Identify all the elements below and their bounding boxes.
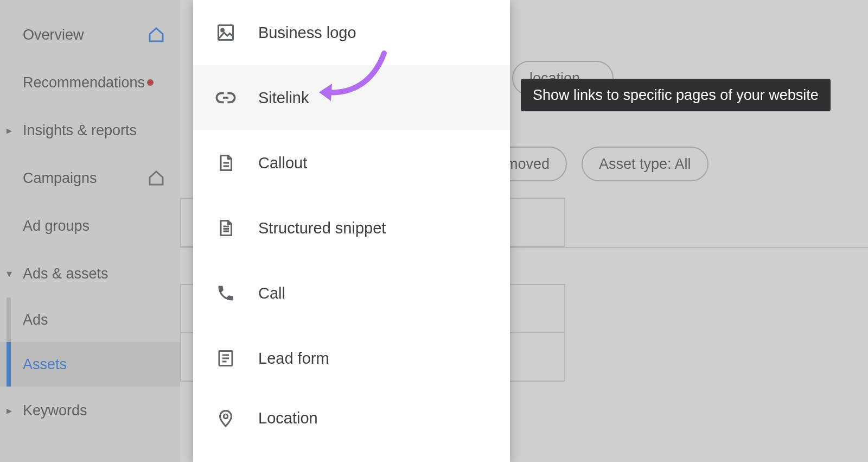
- document-callout-icon: [215, 152, 237, 174]
- dropdown-item-business-logo[interactable]: Business logo: [193, 0, 510, 65]
- tooltip-text: Show links to specific pages of your web…: [533, 87, 819, 104]
- dropdown-item-structured-snippet[interactable]: Structured snippet: [193, 195, 510, 261]
- phone-icon: [215, 282, 237, 304]
- dropdown-item-call[interactable]: Call: [193, 261, 510, 326]
- sitelink-tooltip: Show links to specific pages of your web…: [521, 79, 831, 111]
- dropdown-item-sitelink[interactable]: Sitelink: [193, 65, 510, 130]
- document-lines-icon: [215, 217, 237, 239]
- form-icon: [215, 347, 237, 369]
- dropdown-label: Structured snippet: [258, 219, 386, 237]
- dropdown-label: Location: [258, 409, 318, 427]
- app-root: Overview Recommendations ▸ Insights & re…: [0, 0, 868, 462]
- dropdown-label: Sitelink: [258, 89, 309, 107]
- dropdown-label: Call: [258, 284, 285, 302]
- svg-point-1: [221, 29, 224, 31]
- image-icon: [215, 22, 237, 43]
- sidebar-overlay-dim: [0, 0, 180, 462]
- dropdown-item-lead-form[interactable]: Lead form: [193, 326, 510, 391]
- svg-point-3: [224, 414, 228, 419]
- asset-type-dropdown: Business logo Sitelink Callout Structure…: [193, 0, 510, 462]
- dropdown-label: Business logo: [258, 24, 356, 42]
- link-icon: [215, 87, 237, 109]
- dropdown-item-location[interactable]: Location: [193, 391, 510, 445]
- dropdown-item-callout[interactable]: Callout: [193, 130, 510, 195]
- dropdown-label: Lead form: [258, 350, 329, 368]
- location-pin-icon: [215, 407, 237, 429]
- dropdown-label: Callout: [258, 154, 307, 172]
